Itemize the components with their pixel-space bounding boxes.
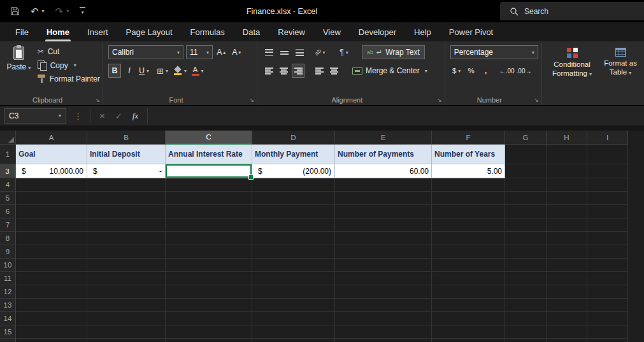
column-header-F[interactable]: F xyxy=(432,131,505,145)
row-header[interactable]: 4 xyxy=(0,178,16,192)
cell[interactable] xyxy=(587,245,628,259)
font-color-button[interactable]: A xyxy=(191,64,204,78)
cell[interactable] xyxy=(252,178,335,192)
cell[interactable] xyxy=(87,232,166,245)
wrap-text-button[interactable]: ab Wrap Text xyxy=(362,45,425,59)
tab-developer[interactable]: Developer xyxy=(350,22,405,41)
clipboard-dialog-launcher-icon[interactable] xyxy=(95,97,100,103)
tab-review[interactable]: Review xyxy=(269,22,314,41)
cell[interactable] xyxy=(587,205,628,218)
cell[interactable] xyxy=(547,232,587,245)
name-box[interactable]: C3 xyxy=(4,108,66,124)
cell-I1[interactable] xyxy=(587,145,628,164)
increase-indent-button[interactable] xyxy=(327,64,340,78)
cell-D3[interactable]: $ (200.00) xyxy=(252,164,335,178)
tab-page-layout[interactable]: Page Layout xyxy=(117,22,182,41)
cell[interactable] xyxy=(432,232,505,245)
column-header-G[interactable]: G xyxy=(505,131,547,145)
cell[interactable] xyxy=(166,325,252,339)
cell[interactable] xyxy=(432,325,505,339)
align-center-button[interactable] xyxy=(277,64,290,78)
cell[interactable] xyxy=(166,245,252,259)
cell-F3[interactable]: 5.00 xyxy=(432,164,505,178)
cell[interactable] xyxy=(87,339,166,342)
decrease-indent-button[interactable] xyxy=(313,64,326,78)
cell-A3[interactable]: $ 10,000.00 xyxy=(16,164,87,178)
cell[interactable] xyxy=(166,272,252,285)
orientation-button[interactable]: ab xyxy=(313,45,326,59)
search-box[interactable]: Search xyxy=(500,2,644,20)
cell[interactable] xyxy=(587,232,628,245)
cell[interactable] xyxy=(16,299,87,312)
cell[interactable] xyxy=(166,232,252,245)
cell-E1[interactable]: Number of Payments xyxy=(335,145,432,164)
cell[interactable] xyxy=(166,259,252,272)
format-painter-button[interactable]: Format Painter xyxy=(38,75,100,83)
cell[interactable] xyxy=(166,312,252,325)
cell[interactable] xyxy=(587,272,628,285)
cell[interactable] xyxy=(16,272,87,285)
cell[interactable] xyxy=(547,272,587,285)
cell[interactable] xyxy=(166,205,252,218)
tab-formulas[interactable]: Formulas xyxy=(182,22,234,41)
cell[interactable] xyxy=(252,245,335,259)
cell[interactable] xyxy=(505,312,547,325)
format-as-table-button[interactable]: Format as Table xyxy=(599,45,641,94)
cell[interactable] xyxy=(16,205,87,218)
tab-insert[interactable]: Insert xyxy=(78,22,117,41)
cell[interactable] xyxy=(16,325,87,339)
percent-style-button[interactable]: % xyxy=(465,64,478,78)
cell[interactable] xyxy=(16,339,87,342)
cell[interactable] xyxy=(432,272,505,285)
copy-button[interactable]: Copy xyxy=(38,61,100,70)
middle-align-button[interactable] xyxy=(278,45,290,59)
cell[interactable] xyxy=(335,285,432,299)
row-header[interactable]: 7 xyxy=(0,218,16,232)
cell[interactable] xyxy=(505,272,547,285)
cell-G1[interactable] xyxy=(505,145,547,164)
cell[interactable] xyxy=(252,205,335,218)
row-header[interactable]: 6 xyxy=(0,205,16,218)
cell[interactable] xyxy=(16,285,87,299)
tab-power-pivot[interactable]: Power Pivot xyxy=(440,22,502,41)
row-header-1[interactable]: 1 xyxy=(0,145,16,164)
tab-home[interactable]: Home xyxy=(38,22,78,41)
row-header[interactable]: 11 xyxy=(0,272,16,285)
cell[interactable] xyxy=(252,299,335,312)
cell[interactable] xyxy=(87,312,166,325)
cell[interactable] xyxy=(432,312,505,325)
cell[interactable] xyxy=(252,218,335,232)
cell-A1[interactable]: Goal xyxy=(16,145,87,164)
cell[interactable] xyxy=(16,245,87,259)
cell[interactable] xyxy=(547,259,587,272)
cell[interactable] xyxy=(587,192,628,205)
row-header[interactable]: 13 xyxy=(0,299,16,312)
cut-button[interactable]: Cut xyxy=(38,47,100,56)
formula-input[interactable] xyxy=(147,108,641,124)
cell[interactable] xyxy=(335,232,432,245)
merge-center-button[interactable]: Merge & Center xyxy=(352,64,427,78)
cell[interactable] xyxy=(335,272,432,285)
column-header-E[interactable]: E xyxy=(335,131,432,145)
enter-icon[interactable] xyxy=(115,110,122,122)
cell[interactable] xyxy=(432,192,505,205)
bold-button[interactable]: B xyxy=(108,64,121,78)
cell[interactable] xyxy=(87,285,166,299)
increase-decimal-button[interactable]: ←.00 xyxy=(499,64,515,78)
cell[interactable] xyxy=(587,299,628,312)
accounting-format-button[interactable]: $ xyxy=(450,64,463,78)
cell[interactable] xyxy=(505,325,547,339)
cell[interactable] xyxy=(87,245,166,259)
row-header[interactable]: 15 xyxy=(0,325,16,339)
cell[interactable] xyxy=(505,192,547,205)
cell[interactable] xyxy=(432,245,505,259)
cell-H3[interactable] xyxy=(547,164,587,178)
cell[interactable] xyxy=(335,259,432,272)
cell[interactable] xyxy=(16,232,87,245)
row-header[interactable]: 9 xyxy=(0,245,16,259)
cell[interactable] xyxy=(432,178,505,192)
cell[interactable] xyxy=(252,285,335,299)
cell[interactable] xyxy=(16,218,87,232)
cell-H1[interactable] xyxy=(547,145,587,164)
comma-style-button[interactable]: , xyxy=(480,64,492,78)
